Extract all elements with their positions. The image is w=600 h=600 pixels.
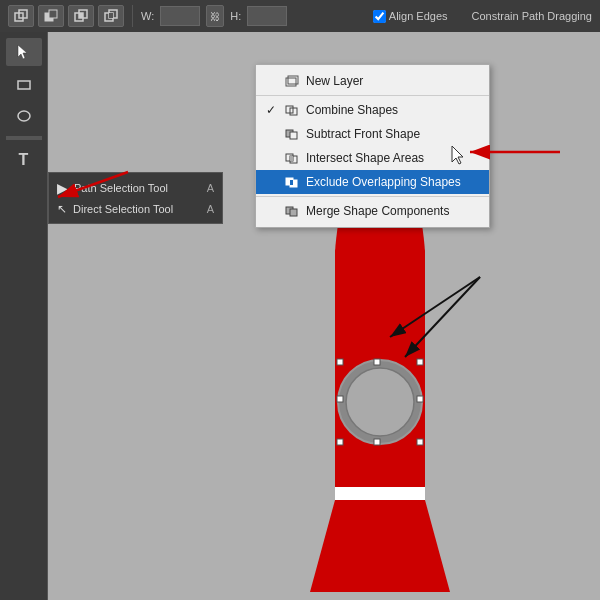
- svg-rect-18: [290, 132, 297, 139]
- svg-rect-24: [290, 180, 293, 185]
- svg-line-46: [405, 277, 480, 357]
- align-edges-checkbox[interactable]: [373, 10, 386, 23]
- combine-shapes-icon: [284, 102, 300, 118]
- svg-rect-21: [290, 156, 293, 161]
- subtract-front-icon: [284, 126, 300, 142]
- link-btn[interactable]: ⛓: [206, 5, 224, 27]
- merge-components-label: Merge Shape Components: [306, 204, 449, 218]
- cursor-pointer: [450, 144, 470, 168]
- svg-rect-31: [337, 359, 343, 365]
- svg-marker-47: [452, 146, 463, 164]
- svg-point-30: [346, 368, 414, 436]
- svg-rect-3: [49, 10, 57, 18]
- toolbar-shape-btn-1[interactable]: [8, 5, 34, 27]
- new-layer-label: New Layer: [306, 74, 363, 88]
- align-edges-label: Align Edges: [389, 10, 448, 22]
- intersect-areas-check: [266, 151, 278, 165]
- menu-item-combine-shapes[interactable]: ✓ Combine Shapes: [256, 98, 489, 122]
- subtract-front-check: [266, 127, 278, 141]
- red-arrow-right: [460, 132, 580, 172]
- path-selection-tool-btn[interactable]: [6, 38, 42, 66]
- height-label: H:: [230, 10, 241, 22]
- svg-rect-36: [337, 439, 343, 445]
- shape-tool-btn[interactable]: [6, 70, 42, 98]
- red-arrow-toolbox: [48, 162, 148, 212]
- new-layer-icon: [284, 73, 300, 89]
- subtract-front-label: Subtract Front Shape: [306, 127, 420, 141]
- align-edges-checkbox-group[interactable]: Align Edges: [373, 10, 448, 23]
- width-input[interactable]: [160, 6, 200, 26]
- direct-selection-shortcut: A: [207, 203, 214, 215]
- menu-item-exclude-overlapping[interactable]: Exclude Overlapping Shapes: [256, 170, 489, 194]
- svg-rect-6: [79, 13, 83, 18]
- merge-components-icon: [284, 203, 300, 219]
- menu-item-new-layer[interactable]: New Layer: [256, 69, 489, 93]
- svg-rect-26: [290, 209, 297, 216]
- menu-separator-2: [256, 196, 489, 197]
- svg-rect-9: [109, 13, 113, 18]
- intersect-areas-label: Intersect Shape Areas: [306, 151, 424, 165]
- width-label: W:: [141, 10, 154, 22]
- exclude-overlapping-icon: [284, 174, 300, 190]
- svg-rect-28: [335, 487, 425, 501]
- toolbar-shape-btn-2[interactable]: [38, 5, 64, 27]
- height-input[interactable]: [247, 6, 287, 26]
- toolbox-separator-1: [6, 136, 42, 140]
- ellipse-tool-btn[interactable]: [6, 102, 42, 130]
- menu-item-subtract-front[interactable]: Subtract Front Shape: [256, 122, 489, 146]
- toolbar-shape-btn-4[interactable]: [98, 5, 124, 27]
- new-layer-check: [266, 74, 278, 88]
- svg-rect-11: [18, 81, 30, 89]
- exclude-overlapping-check: [266, 175, 278, 189]
- toolbox-panel: T: [0, 32, 48, 600]
- top-toolbar: W: ⛓ H: Align Edges Constrain Path Dragg…: [0, 0, 600, 32]
- canvas-area: T ▶ Path Selection Tool A ↖ Direct Selec…: [0, 32, 600, 600]
- path-selection-shortcut: A: [207, 182, 214, 194]
- svg-point-12: [18, 111, 30, 121]
- svg-marker-10: [18, 45, 27, 59]
- black-arrows-window: [370, 272, 490, 372]
- svg-rect-37: [374, 439, 380, 445]
- svg-rect-34: [337, 396, 343, 402]
- svg-line-45: [390, 277, 480, 337]
- svg-line-42: [58, 172, 128, 197]
- exclude-overlapping-label: Exclude Overlapping Shapes: [306, 175, 461, 189]
- combine-shapes-label: Combine Shapes: [306, 103, 398, 117]
- toolbar-shape-btn-3[interactable]: [68, 5, 94, 27]
- menu-separator-1: [256, 95, 489, 96]
- svg-rect-35: [417, 396, 423, 402]
- intersect-areas-icon: [284, 150, 300, 166]
- constrain-path-label: Constrain Path Dragging: [472, 10, 592, 22]
- menu-item-merge-components[interactable]: Merge Shape Components: [256, 199, 489, 223]
- combine-shapes-check: ✓: [266, 103, 278, 117]
- type-tool-btn[interactable]: T: [6, 146, 42, 174]
- toolbar-left-group: [8, 5, 133, 27]
- svg-rect-38: [417, 439, 423, 445]
- merge-components-check: [266, 204, 278, 218]
